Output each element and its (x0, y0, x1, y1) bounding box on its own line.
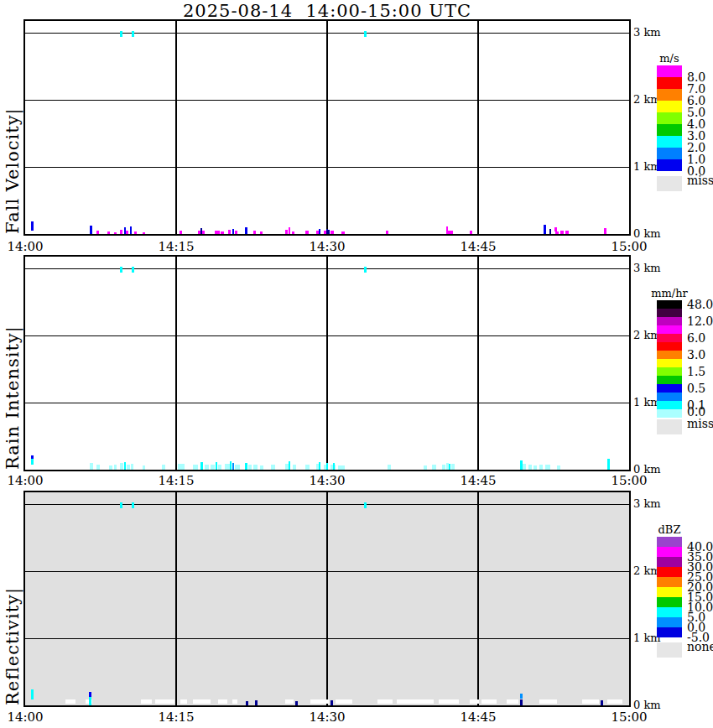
data-mark-reflectivity (439, 699, 459, 704)
gridline-time-fall-velocity (477, 21, 479, 234)
colorbar-segment-rain-intensity (657, 376, 682, 384)
data-mark-rain-intensity (293, 465, 296, 470)
x-tick-label-reflectivity: 15:00 (604, 710, 654, 725)
data-mark-fall-velocity (560, 231, 564, 234)
data-mark-rain-intensity (545, 465, 550, 470)
data-mark-reflectivity (120, 502, 122, 508)
data-mark-rain-intensity (333, 463, 335, 470)
colorbar-label-rain-intensity: 3.0 (687, 348, 705, 361)
data-mark-fall-velocity (130, 226, 132, 234)
data-mark-reflectivity (255, 700, 258, 705)
colorbar-missing-swatch-rain-intensity (657, 419, 682, 434)
colorbar-segment-rain-intensity (657, 317, 682, 325)
x-tick-label-rain-intensity: 14:45 (453, 473, 503, 488)
data-mark-reflectivity (89, 697, 91, 705)
data-mark-fall-velocity (341, 231, 345, 234)
data-mark-rain-intensity (446, 463, 449, 470)
data-mark-rain-intensity (523, 464, 526, 470)
x-tick-label-rain-intensity: 14:15 (151, 473, 201, 488)
colorbar-segment-reflectivity (657, 567, 682, 577)
colorbar-segment-rain-intensity (657, 325, 682, 334)
data-mark-fall-velocity (235, 231, 237, 234)
data-mark-rain-intensity (557, 465, 560, 470)
x-tick-label-reflectivity: 14:45 (453, 710, 503, 725)
x-tick-label-fall-velocity: 14:00 (0, 239, 50, 254)
y-tick-label-rain-intensity: 3 km (633, 262, 661, 274)
x-tick-label-fall-velocity: 14:15 (151, 239, 201, 254)
gridline-time-reflectivity (477, 492, 479, 705)
data-mark-rain-intensity (289, 461, 290, 470)
data-mark-rain-intensity (319, 462, 320, 470)
data-mark-reflectivity (607, 699, 622, 704)
colorbar-missing-label-reflectivity: none (687, 640, 713, 653)
data-mark-fall-velocity (470, 231, 472, 234)
data-mark-fall-velocity (604, 228, 606, 234)
data-mark-fall-velocity (448, 231, 453, 234)
data-mark-reflectivity (336, 699, 352, 704)
data-mark-rain-intensity (114, 465, 117, 470)
data-mark-rain-intensity (90, 463, 93, 470)
data-mark-rain-intensity (245, 463, 247, 470)
data-mark-reflectivity (180, 699, 187, 704)
data-mark-fall-velocity (96, 231, 99, 234)
data-mark-rain-intensity (131, 464, 133, 470)
data-mark-reflectivity (582, 699, 599, 704)
data-mark-fall-velocity (289, 227, 290, 234)
colorbar-segment-fall-velocity (657, 148, 682, 159)
data-mark-fall-velocity (364, 31, 367, 36)
data-mark-rain-intensity (451, 464, 455, 470)
data-mark-fall-velocity (253, 231, 256, 234)
data-mark-reflectivity (141, 699, 152, 704)
data-mark-reflectivity (31, 689, 34, 699)
colorbar-segment-fall-velocity (657, 89, 682, 101)
colorbar-segment-rain-intensity (657, 300, 682, 309)
colorbar-segment-rain-intensity (657, 334, 682, 342)
y-tick-label-fall-velocity: 3 km (633, 26, 661, 39)
data-mark-rain-intensity (533, 465, 537, 470)
data-mark-rain-intensity (424, 465, 427, 470)
colorbar-missing-label-rain-intensity: miss (687, 417, 713, 430)
data-mark-rain-intensity (124, 462, 126, 470)
colorbar-segment-reflectivity (657, 577, 682, 587)
data-mark-fall-velocity (228, 230, 231, 234)
data-mark-rain-intensity (127, 465, 130, 470)
data-mark-rain-intensity (178, 464, 185, 470)
data-mark-reflectivity (481, 699, 497, 704)
colorbar-missing-swatch-reflectivity (657, 642, 682, 658)
data-mark-fall-velocity (565, 231, 569, 234)
colorbar-segment-fall-velocity (657, 112, 682, 124)
data-mark-rain-intensity (200, 462, 203, 470)
colorbar-label-rain-intensity: 48.0 (687, 298, 713, 311)
data-mark-reflectivity (65, 699, 75, 704)
data-mark-rain-intensity (305, 465, 310, 470)
data-mark-rain-intensity (539, 465, 543, 470)
colorbar-segment-rain-intensity (657, 351, 682, 359)
data-mark-reflectivity (132, 502, 134, 508)
data-mark-rain-intensity (248, 465, 252, 470)
data-mark-fall-velocity (316, 231, 319, 234)
data-mark-reflectivity (377, 699, 393, 704)
data-mark-reflectivity (539, 699, 556, 704)
gridline-time-rain-intensity (326, 257, 328, 470)
data-mark-fall-velocity (107, 231, 110, 234)
data-mark-rain-intensity (442, 465, 445, 470)
data-mark-rain-intensity (235, 465, 240, 470)
colorbar-segment-reflectivity (657, 587, 682, 597)
colorbar-segment-rain-intensity (657, 401, 682, 409)
data-mark-reflectivity (364, 502, 367, 507)
data-mark-rain-intensity (260, 465, 263, 470)
colorbar-segment-reflectivity (657, 627, 682, 637)
data-mark-rain-intensity (162, 465, 165, 470)
colorbar-label-rain-intensity: 6.0 (687, 331, 705, 345)
data-mark-fall-velocity (285, 230, 288, 234)
colorbar-label-rain-intensity: 0.5 (687, 382, 705, 395)
data-mark-fall-velocity (292, 231, 294, 234)
x-tick-label-fall-velocity: 14:45 (453, 239, 503, 254)
data-mark-fall-velocity (114, 232, 117, 234)
data-mark-fall-velocity (31, 221, 34, 231)
colorbar-label-rain-intensity: 12.0 (687, 315, 713, 328)
data-mark-reflectivity (330, 700, 333, 705)
gridline-time-rain-intensity (477, 257, 479, 470)
data-mark-reflectivity (520, 699, 523, 705)
data-mark-fall-velocity (132, 31, 134, 37)
